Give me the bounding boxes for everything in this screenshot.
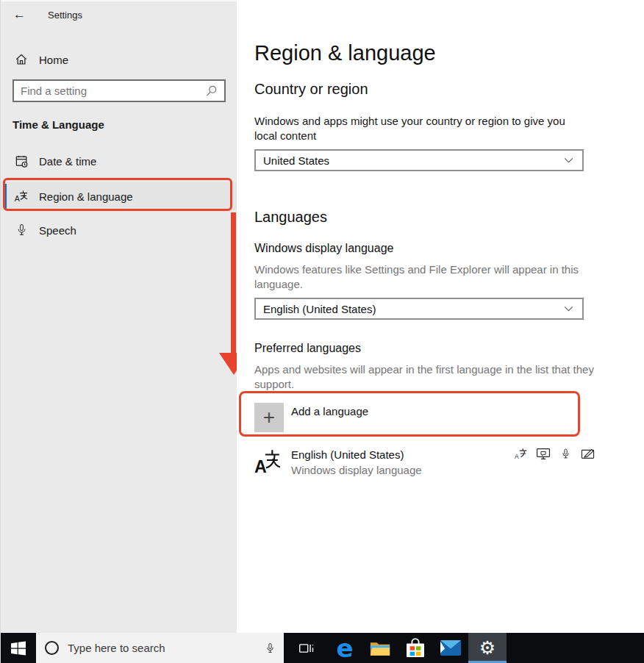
display-language-value: English (United States) <box>263 303 376 315</box>
find-setting-input[interactable] <box>14 81 205 101</box>
sidebar-item-label: Home <box>39 54 68 66</box>
add-language-button[interactable]: + <box>254 403 284 432</box>
main-content: Region & language Country or region Wind… <box>237 0 644 633</box>
sidebar-item-label: Date & time <box>39 155 96 168</box>
edge-button[interactable]: e <box>327 633 362 663</box>
taskbar-search-input[interactable] <box>59 642 265 654</box>
text-to-speech-icon <box>536 445 551 462</box>
country-region-description: Windows and apps might use your country … <box>254 114 585 143</box>
file-explorer-icon <box>370 640 390 656</box>
add-language-label[interactable]: Add a language <box>291 405 368 417</box>
sidebar: ← Settings Home Time & Language <box>1 0 237 633</box>
display-language-dropdown[interactable]: English (United States) <box>254 298 584 320</box>
svg-text:A: A <box>15 194 21 203</box>
calendar-clock-icon <box>14 154 29 168</box>
display-language-icon: A <box>514 445 529 462</box>
task-view-button[interactable] <box>287 633 326 663</box>
languages-heading: Languages <box>254 209 327 226</box>
back-button[interactable]: ← <box>13 7 26 22</box>
settings-window: ← Settings Home Time & Language <box>0 0 644 663</box>
handwriting-icon <box>580 445 595 462</box>
taskbar-microphone-icon[interactable] <box>265 641 275 656</box>
country-region-dropdown[interactable]: United States <box>254 149 584 171</box>
sidebar-item-label: Region & language <box>39 190 133 203</box>
plus-icon: + <box>263 406 275 429</box>
taskbar-search[interactable] <box>36 633 284 663</box>
svg-text:A: A <box>515 453 519 460</box>
settings-taskbar-button[interactable]: ⚙ <box>468 633 507 663</box>
start-button[interactable] <box>1 633 36 663</box>
task-view-icon <box>298 642 315 655</box>
store-icon <box>407 638 424 659</box>
home-icon <box>14 52 29 67</box>
mail-icon <box>440 640 461 656</box>
language-entry-title[interactable]: English (United States) <box>291 448 404 461</box>
window-title: Settings <box>48 10 82 21</box>
search-icon <box>205 85 218 97</box>
sidebar-item-region-language[interactable]: A Region & language <box>1 182 237 210</box>
language-feature-icons: A <box>514 445 595 462</box>
display-language-heading: Windows display language <box>254 242 393 255</box>
sidebar-item-date-time[interactable]: Date & time <box>1 147 237 175</box>
speech-icon <box>558 445 573 462</box>
microphone-icon <box>14 223 29 237</box>
windows-logo-icon <box>11 641 26 656</box>
titlebar: ← Settings <box>1 6 237 28</box>
selected-item-accent <box>4 184 7 209</box>
page-title: Region & language <box>254 41 436 65</box>
sidebar-item-label: Speech <box>39 224 76 237</box>
region-language-icon: A <box>14 189 29 204</box>
sidebar-search <box>12 79 226 102</box>
sidebar-section-title: Time & Language <box>12 118 104 131</box>
edge-icon: e <box>336 636 353 661</box>
display-language-description: Windows features like Settings and File … <box>254 262 606 292</box>
language-entry-icon: A <box>254 447 281 475</box>
sidebar-item-speech[interactable]: Speech <box>1 216 237 244</box>
mail-button[interactable] <box>433 633 468 663</box>
gear-icon: ⚙ <box>479 639 495 657</box>
taskbar: e <box>1 633 644 663</box>
sidebar-item-home[interactable]: Home <box>1 46 237 74</box>
chevron-down-icon <box>564 306 573 312</box>
preferred-languages-description: Apps and websites will appear in the fir… <box>254 362 606 392</box>
country-region-value: United States <box>263 154 329 167</box>
chevron-down-icon <box>564 157 573 163</box>
preferred-languages-heading: Preferred languages <box>254 342 361 355</box>
cortana-icon <box>45 641 59 655</box>
store-button[interactable] <box>398 633 433 663</box>
country-region-heading: Country or region <box>254 81 368 98</box>
language-entry-subtitle: Windows display language <box>291 464 422 476</box>
file-explorer-button[interactable] <box>362 633 398 663</box>
svg-text:A: A <box>254 457 267 475</box>
